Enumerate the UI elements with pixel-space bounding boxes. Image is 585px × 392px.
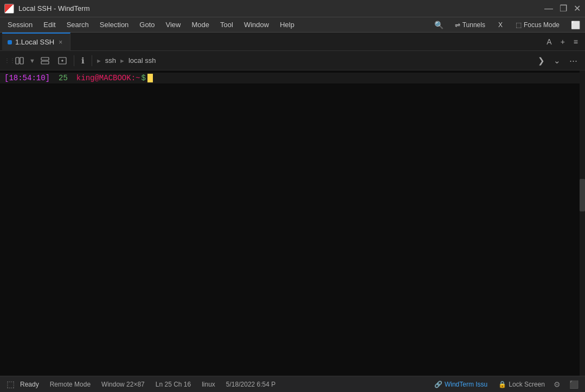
lock-screen-button[interactable]: 🔒 Lock Screen: [498, 381, 545, 388]
menu-window[interactable]: Window: [239, 18, 274, 31]
new-tab-button[interactable]: +: [558, 36, 568, 47]
status-left-icon[interactable]: ⬚: [7, 379, 15, 389]
tab-local-ssh[interactable]: 1.Local SSH ×: [2, 33, 70, 51]
status-window-size: Window 22×87: [101, 381, 145, 388]
toolbar-separator-1: [74, 55, 74, 66]
tab-bar: 1.Local SSH × A + ≡: [0, 33, 585, 51]
toolbar-end: ❯ ⌄ ⋯: [535, 54, 581, 68]
window-controls: — ❐ ✕: [544, 4, 581, 13]
line-number: 25: [59, 74, 68, 82]
forward-button[interactable]: ❯: [535, 54, 548, 68]
windterm-link-icon: 🔗: [434, 381, 442, 388]
prompt-user: king: [76, 74, 95, 82]
x-button[interactable]: X: [494, 20, 507, 30]
search-icon[interactable]: 🔍: [432, 19, 446, 31]
focus-mode-icon: ⬚: [516, 21, 522, 29]
x-label: X: [498, 21, 503, 29]
tab-close-button[interactable]: ×: [57, 38, 63, 47]
dropdown-button[interactable]: ⌄: [550, 54, 564, 68]
split-vertical-button[interactable]: [37, 54, 53, 67]
breadcrumb-arrow-2: ►: [119, 57, 125, 64]
menu-view[interactable]: View: [160, 18, 187, 31]
svg-rect-3: [41, 61, 49, 64]
window-title: Local SSH - WindTerm: [18, 4, 89, 12]
focus-mode-button[interactable]: ⬚ Focus Mode: [511, 20, 564, 30]
terminal-scrollbar[interactable]: [580, 70, 585, 376]
close-button[interactable]: ✕: [574, 4, 581, 13]
tunnels-button[interactable]: ⇌ Tunnels: [451, 20, 490, 30]
tunnels-icon: ⇌: [455, 21, 460, 29]
lock-screen-label: Lock Screen: [509, 381, 545, 388]
font-size-button[interactable]: A: [544, 36, 554, 47]
status-remote-mode: Remote Mode: [50, 381, 91, 388]
title-bar-left: Local SSH - WindTerm: [4, 4, 89, 14]
menu-bar: Session Edit Search Selection Goto View …: [0, 17, 585, 33]
tab-indicator: [8, 40, 12, 44]
tab-right-controls: A + ≡: [544, 36, 585, 47]
settings-gear-icon[interactable]: ⚙: [554, 380, 561, 389]
prompt-colon: :: [131, 74, 136, 82]
toolbar-drag-handle: ⋮⋮: [4, 57, 9, 63]
status-os: linux: [202, 381, 215, 388]
status-bar: ⬚ Ready Remote Mode Window 22×87 Ln 25 C…: [0, 376, 585, 392]
breadcrumb-local-ssh[interactable]: local ssh: [128, 56, 156, 65]
status-datetime: 5/18/2022 6:54 P: [226, 381, 275, 388]
menu-right-area: 🔍 ⇌ Tunnels X ⬚ Focus Mode ⬜: [432, 19, 583, 31]
split-dropdown-arrow[interactable]: ▼: [29, 57, 35, 64]
terminal-prompt-line: [18:54:10] 25 king @ MACBOOK : ~ $: [0, 73, 585, 83]
tunnels-label: Tunnels: [462, 21, 485, 29]
terminal-cursor: [147, 74, 153, 82]
svg-rect-1: [20, 57, 23, 64]
status-ready: Ready: [20, 381, 39, 388]
title-bar: Local SSH - WindTerm — ❐ ✕: [0, 0, 585, 17]
app-icon: [4, 4, 14, 14]
scrollbar-thumb[interactable]: [580, 179, 585, 211]
split-horizontal-button[interactable]: [12, 54, 27, 67]
toolbar-separator-2: [92, 55, 92, 66]
menu-tool[interactable]: Tool: [215, 18, 239, 31]
terminal-area[interactable]: [18:54:10] 25 king @ MACBOOK : ~ $: [0, 70, 585, 376]
focus-mode-label: Focus Mode: [524, 21, 560, 29]
svg-rect-0: [16, 57, 19, 64]
lock-icon: 🔒: [498, 381, 506, 388]
tab-menu-button[interactable]: ≡: [571, 36, 581, 47]
expand-button[interactable]: ⬜: [568, 19, 583, 31]
menu-search[interactable]: Search: [61, 18, 94, 31]
windterm-link-label: WindTerm Issu: [445, 381, 487, 388]
menu-selection[interactable]: Selection: [94, 18, 134, 31]
breadcrumb-ssh[interactable]: ssh: [105, 56, 116, 65]
breadcrumb-arrow-1: ►: [96, 57, 102, 64]
prompt-dollar: $: [141, 74, 145, 82]
breadcrumb: ► ssh ► local ssh: [96, 56, 156, 65]
timestamp: [18:54:10]: [4, 74, 50, 82]
prompt-at: @: [94, 74, 99, 82]
svg-rect-2: [41, 57, 49, 60]
tab-label: 1.Local SSH: [15, 38, 54, 46]
new-session-button[interactable]: [55, 54, 70, 67]
status-cursor-pos: Ln 25 Ch 16: [156, 381, 191, 388]
more-button[interactable]: ⋯: [566, 54, 581, 68]
info-button[interactable]: ℹ: [78, 54, 88, 68]
menu-mode[interactable]: Mode: [186, 18, 215, 31]
menu-goto[interactable]: Goto: [134, 18, 160, 31]
menu-session[interactable]: Session: [2, 18, 38, 31]
menu-edit[interactable]: Edit: [38, 18, 61, 31]
toolbar: ⋮⋮ ▼ ℹ ► ssh ► local ssh ❯ ⌄ ⋯: [0, 51, 585, 70]
restore-button[interactable]: ❐: [560, 4, 567, 13]
windterm-issue-link[interactable]: 🔗 WindTerm Issu: [434, 381, 487, 388]
layout-icon[interactable]: ⬛: [569, 380, 578, 389]
minimize-button[interactable]: —: [544, 4, 553, 13]
prompt-path: ~: [136, 74, 140, 82]
prompt-host: MACBOOK: [99, 74, 131, 82]
menu-help[interactable]: Help: [274, 18, 300, 31]
